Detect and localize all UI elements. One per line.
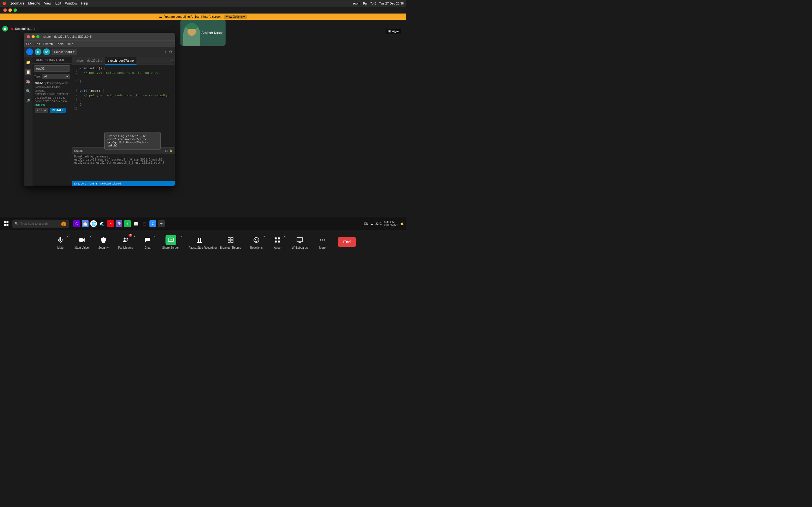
tabs-more[interactable]: ⋯ bbox=[169, 59, 173, 63]
stop-video-caret[interactable]: ▲ bbox=[89, 235, 92, 237]
arduino-maximize-button[interactable] bbox=[36, 35, 40, 38]
reactions-tool[interactable]: ▲ Reactions bbox=[246, 233, 267, 251]
participants-caret[interactable]: ▲ bbox=[133, 235, 136, 237]
taskbar-search-input[interactable] bbox=[20, 222, 59, 225]
sidebar-libraries-icon[interactable]: 📚 bbox=[25, 78, 31, 84]
board-name: esp32 bbox=[35, 81, 43, 84]
arduino-body: 📁 📋 📚 🔍 🔎 BOARDS MANAGER Type: All bbox=[24, 57, 175, 186]
upload-icon[interactable]: ↑ bbox=[165, 50, 167, 54]
windows-start-button[interactable] bbox=[2, 220, 10, 228]
sidebar-files-icon[interactable]: 📁 bbox=[25, 59, 31, 65]
taskbar-app-chromium[interactable]: 🌐 bbox=[90, 220, 97, 227]
taskbar-lang: EN bbox=[364, 222, 368, 225]
menubar-meeting[interactable]: Meeting bbox=[28, 1, 40, 5]
arduino-menu-help[interactable]: Help bbox=[67, 42, 73, 46]
arduino-minimize-button[interactable] bbox=[32, 35, 35, 38]
share-screen-label: Share Screen bbox=[162, 246, 179, 249]
arduino-close-button[interactable] bbox=[27, 35, 30, 38]
more-tool[interactable]: More bbox=[312, 233, 333, 251]
end-button[interactable]: End bbox=[338, 237, 356, 247]
menubar-right: zoom Fajr -7:43 Tue 27 Dec 20.36 bbox=[353, 2, 404, 5]
menubar-app-name[interactable]: zoom.us bbox=[10, 1, 24, 5]
taskbar-app-cam[interactable]: 📷 bbox=[158, 220, 165, 227]
board-desc: Boards included in this package: ESP32 D… bbox=[35, 86, 69, 107]
stop-video-tool[interactable]: ▲ Stop Video bbox=[70, 233, 93, 251]
zoom-topbar bbox=[0, 7, 406, 13]
arduino-window-title: sketch_dec27a | Arduino IDE 2.0.3 bbox=[43, 35, 91, 38]
upload-button[interactable]: ▶ bbox=[35, 48, 42, 55]
install-button[interactable]: INSTALL bbox=[50, 108, 66, 113]
taskbar-app-netflix[interactable]: N bbox=[107, 220, 114, 227]
verify-button[interactable]: ✓ bbox=[26, 48, 33, 55]
taskbar-app-2[interactable]: 📅 bbox=[82, 220, 89, 227]
recording-dot bbox=[11, 28, 13, 30]
fullscreen-button[interactable] bbox=[13, 8, 17, 12]
output-lock[interactable]: 🔒 bbox=[169, 149, 172, 152]
participants-tool[interactable]: 2 ▲ Participants bbox=[114, 233, 137, 251]
tab-2[interactable]: sketch_dec27a.ino bbox=[105, 57, 137, 65]
apple-icon[interactable]: 🍎 bbox=[2, 1, 6, 5]
menubar-view[interactable]: View bbox=[44, 1, 51, 5]
version-select[interactable]: 2.0.5 bbox=[35, 108, 48, 113]
view-options-button[interactable]: View Options ▾ bbox=[224, 15, 247, 19]
output-expand[interactable]: ⊟ bbox=[165, 149, 167, 152]
taskbar-notification[interactable]: 🔔 bbox=[400, 222, 404, 225]
debug-button[interactable]: ⟳ bbox=[43, 48, 50, 55]
taskbar-app-6[interactable]: ♪ bbox=[124, 220, 131, 227]
whiteboards-icon bbox=[294, 234, 305, 245]
chat-tool[interactable]: ▲ Chat bbox=[137, 233, 158, 251]
taskbar-app-1[interactable]: ⬡ bbox=[73, 220, 80, 227]
minimize-button[interactable] bbox=[8, 8, 12, 12]
svg-point-22 bbox=[320, 239, 321, 240]
zoom-toolbar: ▲ Mute ▲ Stop Video Security bbox=[0, 230, 406, 253]
code-line-9: 9 } bbox=[72, 103, 175, 107]
more-info-link[interactable]: More info bbox=[35, 103, 45, 106]
taskbar-app-edge[interactable]: 🌊 bbox=[99, 220, 105, 227]
breakout-rooms-icon bbox=[225, 234, 236, 245]
taskbar-app-8[interactable]: 📱 bbox=[141, 220, 148, 227]
taskbar-app-5[interactable]: 💎 bbox=[116, 220, 122, 227]
menubar-help[interactable]: Help bbox=[81, 1, 88, 5]
type-select[interactable]: All bbox=[42, 74, 70, 79]
sidebar-search-icon[interactable]: 🔎 bbox=[25, 98, 31, 104]
reactions-caret[interactable]: ▲ bbox=[263, 235, 265, 237]
boards-search-input[interactable] bbox=[34, 65, 70, 71]
control-message: You are controlling Amirah Kinan's scree… bbox=[164, 15, 221, 18]
pause-recording-tool[interactable]: Pause/Stop Recording bbox=[184, 233, 215, 251]
security-tool[interactable]: Security bbox=[93, 233, 114, 251]
mute-label: Mute bbox=[57, 246, 63, 249]
arduino-menu-tools[interactable]: Tools bbox=[56, 42, 63, 46]
apps-caret[interactable]: ▲ bbox=[283, 235, 286, 237]
svg-point-5 bbox=[126, 238, 128, 240]
arduino-menu-edit[interactable]: Edit bbox=[35, 42, 40, 46]
menubar-time: Tue 27 Dec 20.36 bbox=[379, 2, 404, 5]
svg-point-4 bbox=[124, 238, 126, 240]
mute-caret[interactable]: ▲ bbox=[66, 235, 69, 237]
taskbar-app-zoom[interactable]: Z bbox=[149, 220, 156, 227]
whiteboards-tool[interactable]: Whiteboards bbox=[287, 233, 312, 251]
recording-pause-button[interactable]: ⏸ bbox=[33, 27, 36, 31]
sidebar-boards-icon[interactable]: 📋 bbox=[25, 69, 31, 75]
chat-caret[interactable]: ▲ bbox=[154, 235, 156, 237]
taskbar-search[interactable]: 🔍 🎃 bbox=[12, 220, 69, 228]
apps-tool[interactable]: ▲ Apps bbox=[267, 233, 287, 251]
select-board-button[interactable]: Select Board ▾ bbox=[52, 49, 77, 55]
arduino-menu-sketch[interactable]: Sketch bbox=[43, 42, 53, 46]
close-button[interactable] bbox=[3, 8, 7, 12]
settings-icon[interactable]: ⚙ bbox=[169, 50, 172, 54]
menubar-edit[interactable]: Edit bbox=[55, 1, 61, 5]
tab-1[interactable]: sketch_dec27a.ino bbox=[73, 57, 105, 65]
breakout-rooms-tool[interactable]: Breakout Rooms bbox=[215, 233, 245, 251]
taskbar-temp: 22°C bbox=[375, 222, 382, 225]
sidebar-debug-icon[interactable]: 🔍 bbox=[25, 88, 31, 94]
apps-label: Apps bbox=[274, 246, 281, 249]
arduino-menu-file[interactable]: File bbox=[26, 42, 31, 46]
taskbar-app-7[interactable]: 📊 bbox=[133, 220, 139, 227]
share-screen-tool[interactable]: ▲ Share Screen bbox=[158, 233, 184, 251]
view-options-label: View Options bbox=[226, 15, 243, 18]
svg-point-15 bbox=[255, 239, 256, 240]
mute-tool[interactable]: ▲ Mute bbox=[50, 233, 70, 251]
menubar-window[interactable]: Window bbox=[65, 1, 77, 5]
share-screen-caret[interactable]: ▲ bbox=[180, 235, 182, 237]
view-button[interactable]: ⊞ View bbox=[386, 29, 401, 34]
